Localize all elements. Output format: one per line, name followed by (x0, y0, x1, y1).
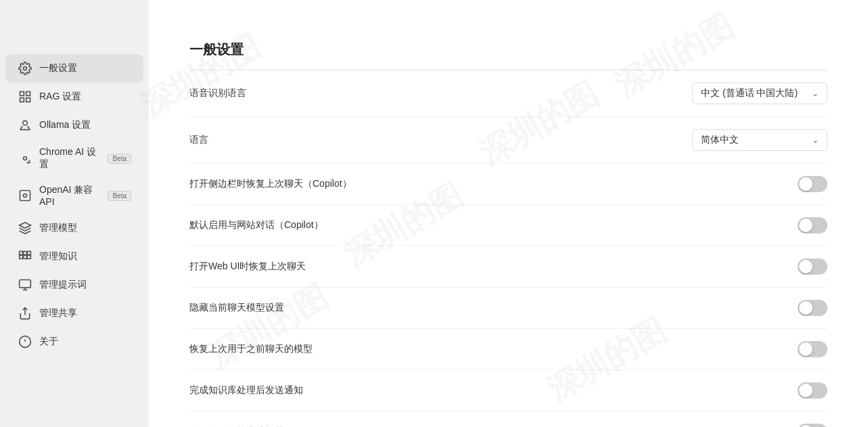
sidebar-item-manage-knowledge[interactable]: 管理知识 (5, 242, 143, 271)
sidebar-label-manage-models: 管理模型 (39, 222, 77, 234)
svg-rect-15 (20, 280, 31, 288)
setting-row-language: 语言简体中文⌄ (189, 117, 827, 164)
chevron-down-icon: ⌄ (812, 89, 819, 98)
setting-label-speech-lang: 语音识别语言 (189, 87, 246, 99)
setting-row-knowledge-notify: 完成知识库处理后发送通知 (189, 370, 827, 411)
sidebar-item-openai[interactable]: OpenAI 兼容 APIBeta (5, 177, 143, 214)
setting-row-restore-webui: 打开Web UI时恢复上次聊天 (189, 246, 827, 288)
chevron-down-icon: ⌄ (812, 135, 819, 145)
svg-rect-12 (20, 255, 23, 259)
sidebar-item-manage-models[interactable]: 管理模型 (5, 214, 143, 242)
general-icon (18, 61, 32, 76)
svg-point-5 (23, 120, 28, 125)
sidebar: 一般设置RAG 设置Ollama 设置Chrome AI 设置BetaOpenA… (0, 0, 149, 427)
settings-list: 语音识别语言中文 (普通话 中国大陆)⌄语言简体中文⌄打开侧边栏时恢复上次聊天（… (189, 70, 827, 427)
svg-rect-1 (20, 92, 24, 96)
dropdown-value-speech-lang: 中文 (普通话 中国大陆) (701, 87, 798, 99)
svg-rect-13 (24, 255, 27, 259)
toggle-restore-sidebar[interactable] (798, 176, 827, 192)
page-title: 一般设置 (189, 41, 827, 59)
openai-icon (18, 188, 32, 203)
svg-point-8 (24, 194, 27, 198)
sidebar-label-manage-share: 管理共享 (39, 307, 77, 319)
svg-rect-9 (20, 252, 23, 255)
rag-icon (18, 89, 32, 104)
toggle-restore-last-model[interactable] (798, 341, 827, 357)
sidebar-item-manage-share[interactable]: 管理共享 (5, 299, 143, 328)
setting-row-hide-model-settings: 隐藏当前聊天模型设置 (189, 288, 827, 329)
manage-knowledge-icon (18, 249, 32, 264)
sidebar-item-manage-prompts[interactable]: 管理提示词 (5, 271, 143, 299)
setting-row-default-site-chat: 默认启用与网站对话（Copilot） (189, 205, 827, 246)
badge-openai: Beta (108, 191, 131, 201)
manage-prompts-icon (18, 277, 32, 292)
setting-row-restore-last-model: 恢复上次用于之前聊天的模型 (189, 329, 827, 370)
setting-label-hide-model-settings: 隐藏当前聊天模型设置 (189, 302, 284, 314)
toggle-track-default-site-chat[interactable] (798, 217, 827, 233)
sidebar-label-ollama: Ollama 设置 (39, 119, 91, 131)
toggle-thumb-restore-webui (799, 260, 813, 273)
svg-rect-2 (26, 92, 30, 96)
svg-rect-14 (27, 255, 30, 259)
toggle-thumb-hide-model-settings (799, 301, 813, 315)
setting-label-default-site-chat: 默认启用与网站对话（Copilot） (189, 219, 323, 231)
sidebar-item-ollama[interactable]: Ollama 设置 (5, 111, 143, 139)
toggle-track-restore-webui[interactable] (798, 259, 827, 275)
sidebar-label-general: 一般设置 (39, 62, 77, 74)
setting-label-restore-webui: 打开Web UI时恢复上次聊天 (189, 261, 306, 273)
setting-label-restore-sidebar: 打开侧边栏时恢复上次聊天（Copilot） (189, 178, 352, 190)
toggle-track-ai-title[interactable] (798, 424, 827, 427)
toggle-thumb-knowledge-notify (799, 384, 813, 397)
svg-rect-11 (27, 252, 30, 255)
sidebar-label-about: 关于 (39, 336, 58, 348)
setting-label-restore-last-model: 恢复上次用于之前聊天的模型 (189, 343, 313, 355)
toggle-knowledge-notify[interactable] (798, 382, 827, 399)
manage-share-icon (18, 306, 32, 321)
svg-point-0 (24, 67, 27, 70)
toggle-thumb-restore-last-model (799, 342, 813, 356)
sidebar-label-chrome-ai: Chrome AI 设置 (39, 146, 98, 171)
manage-models-icon (18, 221, 32, 235)
toggle-ai-title[interactable] (798, 424, 827, 427)
setting-label-language: 语言 (189, 134, 208, 146)
toggle-hide-model-settings[interactable] (798, 300, 827, 316)
dropdown-language[interactable]: 简体中文⌄ (692, 129, 827, 151)
sidebar-label-rag: RAG 设置 (39, 91, 81, 103)
toggle-track-knowledge-notify[interactable] (798, 382, 827, 399)
svg-rect-7 (20, 191, 30, 201)
ollama-icon (18, 118, 32, 133)
toggle-track-restore-last-model[interactable] (798, 341, 827, 357)
sidebar-item-about[interactable]: 关于 (5, 328, 143, 356)
toggle-track-restore-sidebar[interactable] (798, 176, 827, 192)
badge-chrome-ai: Beta (108, 154, 131, 164)
svg-point-6 (24, 157, 27, 160)
svg-rect-10 (24, 252, 27, 255)
setting-label-knowledge-notify: 完成知识库处理后发送通知 (189, 384, 303, 397)
toggle-track-hide-model-settings[interactable] (798, 300, 827, 316)
toggle-thumb-default-site-chat (799, 219, 813, 232)
about-icon (18, 334, 32, 349)
chrome-ai-icon (18, 151, 32, 166)
dropdown-speech-lang[interactable]: 中文 (普通话 中国大陆)⌄ (692, 83, 827, 104)
sidebar-item-rag[interactable]: RAG 设置 (5, 83, 143, 111)
sidebar-label-manage-prompts: 管理提示词 (39, 279, 87, 291)
dropdown-value-language: 简体中文 (701, 134, 739, 146)
toggle-thumb-restore-sidebar (799, 177, 813, 191)
setting-row-ai-title: 使用人工智能生成标题 (189, 411, 827, 427)
toggle-restore-webui[interactable] (798, 259, 827, 275)
sidebar-label-manage-knowledge: 管理知识 (39, 250, 77, 263)
toggle-default-site-chat[interactable] (798, 217, 827, 233)
setting-row-speech-lang: 语音识别语言中文 (普通话 中国大陆)⌄ (189, 70, 827, 117)
setting-row-restore-sidebar: 打开侧边栏时恢复上次聊天（Copilot） (189, 164, 827, 205)
sidebar-item-chrome-ai[interactable]: Chrome AI 设置Beta (5, 139, 143, 177)
sidebar-label-openai: OpenAI 兼容 API (39, 184, 98, 207)
sidebar-item-general[interactable]: 一般设置 (5, 54, 143, 83)
svg-rect-3 (26, 98, 30, 102)
svg-rect-4 (20, 98, 24, 102)
main-content: 一般设置 语音识别语言中文 (普通话 中国大陆)⌄语言简体中文⌄打开侧边栏时恢复… (149, 0, 868, 427)
